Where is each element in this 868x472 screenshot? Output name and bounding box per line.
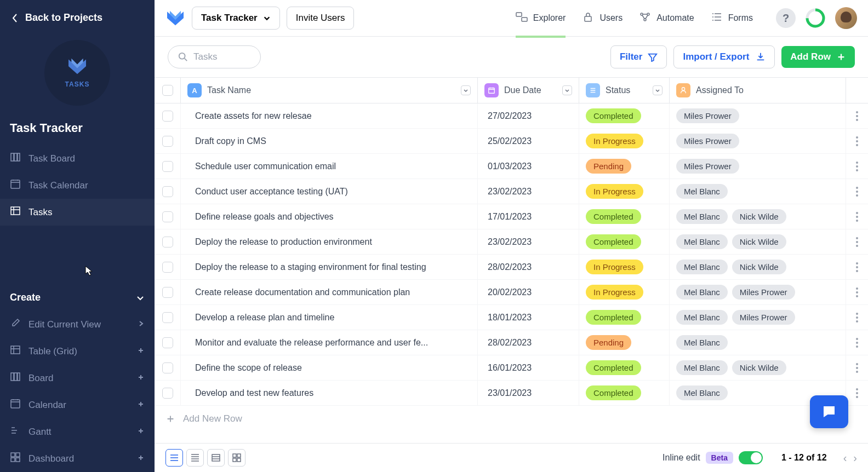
row-menu-button[interactable]: [846, 229, 868, 254]
task-name-cell[interactable]: Draft copy in CMS: [181, 129, 478, 153]
row-menu-button[interactable]: [846, 355, 868, 380]
column-due-date[interactable]: Due Date: [478, 78, 579, 103]
checkbox[interactable]: [162, 262, 173, 273]
row-menu-button[interactable]: [846, 381, 868, 405]
assignee-pill[interactable]: Mel Blanc: [676, 360, 728, 375]
due-date-cell[interactable]: 23/01/2023: [478, 381, 579, 405]
view-grid-icon[interactable]: [228, 449, 245, 467]
status-pill[interactable]: In Progress: [586, 260, 643, 274]
status-cell[interactable]: Pending: [579, 154, 670, 179]
status-pill[interactable]: Completed: [586, 385, 641, 400]
column-assigned[interactable]: Assigned To: [670, 78, 846, 103]
filter-button[interactable]: Filter: [610, 45, 667, 68]
task-name-cell[interactable]: Deploy the release to production environ…: [181, 229, 478, 254]
task-name-cell[interactable]: Schedule user communication email: [181, 154, 478, 179]
column-menu-icon[interactable]: [653, 85, 663, 95]
table-row[interactable]: Create release documentation and communi…: [155, 280, 868, 305]
assigned-cell[interactable]: Mel BlancNick Wilde: [670, 255, 846, 279]
sidebar-nav-item[interactable]: Tasks: [0, 199, 155, 226]
task-name-cell[interactable]: Define the scope of release: [181, 355, 478, 380]
status-pill[interactable]: Completed: [586, 360, 641, 375]
due-date-cell[interactable]: 23/02/2023: [478, 229, 579, 254]
status-cell[interactable]: In Progress: [579, 129, 670, 153]
row-menu-button[interactable]: [846, 129, 868, 153]
sidebar-action-item[interactable]: Board: [0, 365, 155, 392]
checkbox[interactable]: [162, 186, 173, 197]
assignee-pill[interactable]: Miles Prower: [732, 285, 795, 300]
checkbox[interactable]: [162, 287, 173, 298]
invite-users-button[interactable]: Invite Users: [287, 7, 355, 30]
checkbox[interactable]: [162, 161, 173, 172]
assignee-pill[interactable]: Mel Blanc: [676, 209, 728, 224]
column-menu-icon[interactable]: [562, 85, 572, 95]
status-pill[interactable]: In Progress: [586, 285, 643, 300]
task-name-cell[interactable]: Deploy the release to a staging environm…: [181, 255, 478, 279]
sidebar-nav-item[interactable]: Task Calendar: [0, 172, 155, 199]
table-row[interactable]: Deploy the release to production environ…: [155, 229, 868, 255]
status-pill[interactable]: Completed: [586, 209, 641, 224]
table-row[interactable]: Conduct user acceptance testing (UAT) 23…: [155, 179, 868, 204]
status-cell[interactable]: Completed: [579, 381, 670, 405]
column-menu-icon[interactable]: [461, 85, 471, 95]
row-menu-button[interactable]: [846, 179, 868, 204]
status-pill[interactable]: Completed: [586, 310, 641, 325]
assignee-pill[interactable]: Miles Prower: [676, 108, 739, 123]
assignee-pill[interactable]: Miles Prower: [676, 159, 739, 174]
sidebar-nav-item[interactable]: Task Board: [0, 145, 155, 172]
table-row[interactable]: Develop a release plan and timeline 18/0…: [155, 305, 868, 330]
task-name-cell[interactable]: Monitor and evaluate the release perform…: [181, 330, 478, 355]
view-list-icon[interactable]: [165, 449, 183, 467]
due-date-cell[interactable]: 20/02/2023: [478, 280, 579, 304]
status-cell[interactable]: In Progress: [579, 280, 670, 304]
assignee-pill[interactable]: Nick Wilde: [732, 234, 786, 249]
view-compact-icon[interactable]: [186, 449, 204, 467]
help-button[interactable]: ?: [776, 8, 796, 28]
task-name-cell[interactable]: Create release documentation and communi…: [181, 280, 478, 304]
sidebar-action-item[interactable]: Edit Current View: [0, 311, 155, 338]
status-pill[interactable]: In Progress: [586, 134, 643, 148]
sidebar-action-item[interactable]: Gantt: [0, 418, 155, 445]
task-name-cell[interactable]: Define release goals and objectives: [181, 204, 478, 229]
assigned-cell[interactable]: Mel BlancNick Wilde: [670, 204, 846, 229]
assignee-pill[interactable]: Mel Blanc: [676, 335, 728, 350]
table-row[interactable]: Create assets for new relesae 27/02/2023…: [155, 103, 868, 129]
row-menu-button[interactable]: [846, 103, 868, 128]
topbar-nav-item[interactable]: Explorer: [516, 11, 566, 25]
assignee-pill[interactable]: Mel Blanc: [676, 234, 728, 249]
chat-fab[interactable]: [810, 395, 848, 428]
checkbox[interactable]: [162, 362, 173, 373]
status-cell[interactable]: In Progress: [579, 179, 670, 204]
topbar-nav-item[interactable]: Automate: [639, 11, 694, 25]
back-to-projects-link[interactable]: Back to Projects: [0, 0, 155, 36]
due-date-cell[interactable]: 27/02/2023: [478, 103, 579, 128]
status-cell[interactable]: In Progress: [579, 255, 670, 279]
user-avatar[interactable]: [835, 7, 857, 29]
checkbox[interactable]: [162, 211, 173, 222]
due-date-cell[interactable]: 17/01/2023: [478, 204, 579, 229]
status-pill[interactable]: Pending: [586, 335, 631, 350]
status-cell[interactable]: Completed: [579, 229, 670, 254]
search-input[interactable]: Tasks: [168, 45, 261, 68]
status-pill[interactable]: Pending: [586, 159, 631, 174]
assigned-cell[interactable]: Miles Prower: [670, 129, 846, 153]
page-prev-button[interactable]: ‹: [843, 452, 847, 464]
sidebar-action-item[interactable]: Table (Grid): [0, 338, 155, 365]
assignee-pill[interactable]: Nick Wilde: [732, 260, 786, 274]
table-row[interactable]: Define release goals and objectives 17/0…: [155, 204, 868, 229]
table-row[interactable]: Schedule user communication email 01/03/…: [155, 154, 868, 179]
topbar-nav-item[interactable]: Users: [582, 11, 623, 25]
assignee-pill[interactable]: Mel Blanc: [676, 260, 728, 274]
view-table-icon[interactable]: [207, 449, 225, 467]
row-menu-button[interactable]: [846, 280, 868, 304]
add-row-button[interactable]: Add Row: [781, 46, 855, 68]
status-cell[interactable]: Completed: [579, 204, 670, 229]
table-row[interactable]: Draft copy in CMS 25/02/2023 In Progress…: [155, 129, 868, 154]
table-row[interactable]: Deploy the release to a staging environm…: [155, 255, 868, 280]
assigned-cell[interactable]: Mel Blanc: [670, 330, 846, 355]
checkbox[interactable]: [162, 111, 173, 122]
select-all-column[interactable]: [155, 78, 181, 103]
assignee-pill[interactable]: Mel Blanc: [676, 310, 728, 325]
due-date-cell[interactable]: 18/01/2023: [478, 305, 579, 330]
status-cell[interactable]: Completed: [579, 103, 670, 128]
app-logo[interactable]: [165, 8, 185, 28]
